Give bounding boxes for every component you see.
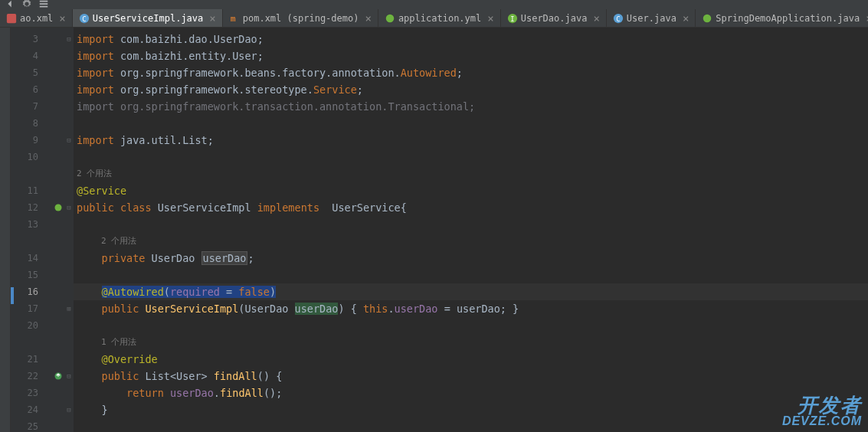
xml-icon xyxy=(6,13,17,24)
tab-userdao[interactable]: I UserDao.java × xyxy=(501,9,607,27)
close-icon[interactable]: × xyxy=(683,12,689,25)
code-line[interactable]: @Autowired(required = false) xyxy=(74,283,868,300)
line-number[interactable]: 7 xyxy=(11,98,52,115)
line-number[interactable]: 15 xyxy=(11,267,52,283)
left-tool-strip[interactable] xyxy=(0,28,11,432)
code-line[interactable]: return userDao.findAll(); xyxy=(74,385,868,401)
svg-text:C: C xyxy=(616,15,620,22)
tab-label: SpringDemoApplication.java xyxy=(716,13,860,24)
line-number[interactable]: 5 xyxy=(11,64,52,81)
spring-bean-icon[interactable] xyxy=(52,199,64,216)
code-line[interactable]: import org.springframework.stereotype.Se… xyxy=(74,81,868,98)
close-icon[interactable]: × xyxy=(365,12,371,25)
editor-main: 3 4 5 6 7 8 9 10 11 12 13 14 15 16 17 20… xyxy=(0,28,868,432)
spring-icon xyxy=(385,13,395,24)
code-line[interactable]: import org.springframework.beans.factory… xyxy=(74,64,868,81)
override-icon[interactable] xyxy=(52,368,64,385)
svg-text:m: m xyxy=(230,13,235,24)
usages-hint[interactable]: 2 个用法 xyxy=(74,165,868,182)
line-number[interactable]: 17 xyxy=(11,300,52,317)
code-line[interactable]: public List<User> findAll() { xyxy=(74,368,868,385)
close-icon[interactable]: × xyxy=(209,12,215,25)
fold-icon[interactable]: ⊟ xyxy=(64,31,74,47)
code-line[interactable]: private UserDao userDao; xyxy=(74,250,868,267)
line-number[interactable]: 4 xyxy=(11,47,52,64)
fold-icon[interactable]: ⊟ xyxy=(64,368,74,385)
line-number[interactable]: 24 xyxy=(11,401,52,418)
top-toolbar xyxy=(0,0,868,9)
tab-pom[interactable]: m pom.xml (spring-demo) × xyxy=(223,9,378,27)
spring-icon xyxy=(702,13,712,24)
code-line[interactable] xyxy=(74,418,868,432)
code-line[interactable] xyxy=(74,115,868,132)
code-editor[interactable]: 3 4 5 6 7 8 9 10 11 12 13 14 15 16 17 20… xyxy=(11,28,868,432)
code-line[interactable]: @Override xyxy=(74,351,868,368)
line-number[interactable]: 21 xyxy=(11,351,52,368)
fold-icon[interactable]: ⊟ xyxy=(64,401,74,418)
line-number-gutter[interactable]: 3 4 5 6 7 8 9 10 11 12 13 14 15 16 17 20… xyxy=(11,28,52,432)
gutter-icon-column xyxy=(52,28,64,432)
code-line[interactable]: @Service xyxy=(74,182,868,199)
line-number[interactable]: 25 xyxy=(11,418,52,432)
tab-label: ao.xml xyxy=(20,13,53,24)
svg-point-9 xyxy=(703,14,712,22)
class-icon: C xyxy=(79,13,90,24)
code-line[interactable]: } xyxy=(74,401,868,418)
code-line[interactable]: import java.util.List; xyxy=(74,132,868,149)
code-line[interactable] xyxy=(74,267,868,283)
code-line[interactable]: import com.baizhi.entity.User; xyxy=(74,47,868,64)
line-number[interactable]: 3 xyxy=(11,31,52,47)
line-number[interactable]: 11 xyxy=(11,182,52,199)
tab-label: UserServiceImpl.java xyxy=(93,13,204,24)
code-line[interactable]: public UserServiceImpl(UserDao userDao) … xyxy=(74,300,868,317)
tab-user[interactable]: C User.java × xyxy=(607,9,696,27)
tab-userserviceimpl[interactable]: C UserServiceImpl.java × xyxy=(73,9,223,27)
code-line[interactable] xyxy=(74,216,868,233)
fold-icon[interactable]: ⊞ xyxy=(64,300,74,317)
tab-ao-xml[interactable]: ao.xml × xyxy=(0,9,73,27)
code-line[interactable]: public class UserServiceImpl implements … xyxy=(74,199,868,216)
code-line[interactable]: import org.springframework.transaction.a… xyxy=(74,98,868,115)
close-icon[interactable]: × xyxy=(593,12,599,25)
ide-root: ao.xml × C UserServiceImpl.java × m pom.… xyxy=(0,0,868,432)
tab-label: UserDao.java xyxy=(521,13,588,24)
tab-application-yml[interactable]: application.yml × xyxy=(378,9,501,27)
tab-springdemoapp[interactable]: SpringDemoApplication.java × xyxy=(696,9,868,27)
class-icon: C xyxy=(613,13,624,24)
fold-icon[interactable]: ⊟ xyxy=(64,199,74,216)
line-number[interactable]: 9 xyxy=(11,132,52,149)
line-number[interactable]: 14 xyxy=(11,250,52,267)
line-number[interactable]: 16 xyxy=(11,283,52,300)
maven-icon: m xyxy=(229,13,240,24)
tab-label: pom.xml (spring-demo) xyxy=(243,13,359,24)
fold-column[interactable]: ⊟ ⊟ ⊟ ⊞ ⊟ ⊟ xyxy=(64,28,74,432)
code-line[interactable]: import com.baizhi.dao.UserDao; xyxy=(74,31,868,47)
line-number[interactable]: 10 xyxy=(11,149,52,165)
line-number[interactable]: 8 xyxy=(11,115,52,132)
line-number[interactable]: 23 xyxy=(11,385,52,401)
interface-icon: I xyxy=(507,13,518,24)
close-icon[interactable]: × xyxy=(59,12,65,25)
svg-point-12 xyxy=(55,205,62,211)
code-line[interactable] xyxy=(74,149,868,165)
line-number[interactable]: 6 xyxy=(11,81,52,98)
tab-label: User.java xyxy=(627,13,676,24)
svg-text:I: I xyxy=(510,15,514,22)
usages-hint[interactable]: 1 个用法 xyxy=(74,334,868,351)
tab-label: application.yml xyxy=(398,13,481,24)
svg-point-4 xyxy=(386,14,395,22)
editor-tabs: ao.xml × C UserServiceImpl.java × m pom.… xyxy=(0,9,868,28)
svg-text:C: C xyxy=(82,15,86,22)
line-number[interactable]: 22 xyxy=(11,368,52,385)
usages-hint[interactable]: 2 个用法 xyxy=(74,233,868,250)
close-icon[interactable]: × xyxy=(487,12,493,25)
code-area[interactable]: import com.baizhi.dao.UserDao; import co… xyxy=(74,28,868,432)
line-number[interactable]: 12 xyxy=(11,199,52,216)
line-number[interactable]: 13 xyxy=(11,216,52,233)
svg-rect-0 xyxy=(7,13,16,22)
code-line[interactable] xyxy=(74,317,868,334)
line-number[interactable]: 20 xyxy=(11,317,52,334)
fold-icon[interactable]: ⊟ xyxy=(64,132,74,149)
